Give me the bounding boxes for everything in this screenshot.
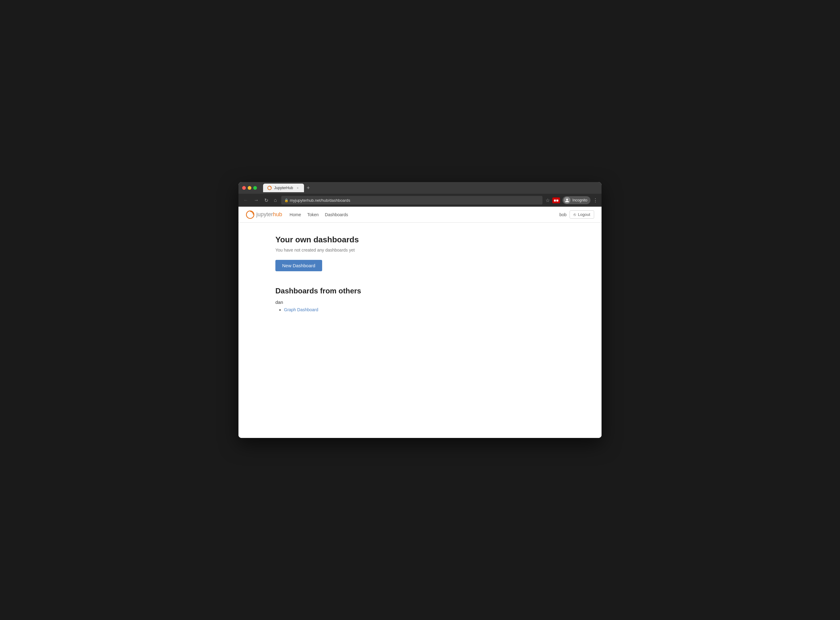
nav-dashboards[interactable]: Dashboards: [325, 212, 348, 217]
more-menu-icon[interactable]: ⋮: [593, 197, 598, 203]
reload-button[interactable]: ↻: [263, 196, 270, 205]
active-tab[interactable]: JupyterHub ×: [263, 184, 304, 192]
new-dashboard-button[interactable]: New Dashboard: [275, 260, 322, 271]
own-dashboards-section: Your own dashboards You have not created…: [275, 235, 565, 284]
extensions-icon[interactable]: ■■: [552, 197, 560, 203]
incognito-label: Incognito: [572, 198, 587, 202]
url-path: /hub/dashboards: [320, 198, 350, 203]
lock-icon: 🔒: [284, 199, 289, 202]
dashboard-owner-group: dan Graph Dashboard: [275, 299, 565, 312]
close-traffic-light[interactable]: [242, 186, 246, 190]
own-dashboards-title: Your own dashboards: [275, 235, 565, 244]
minimize-traffic-light[interactable]: [248, 186, 251, 190]
svg-point-1: [566, 199, 568, 200]
traffic-lights: [242, 186, 257, 190]
url-display: myjupyterhub.net/hub/dashboards: [290, 198, 350, 203]
jupyterhub-logo: [246, 210, 255, 219]
back-button[interactable]: ←: [242, 196, 250, 204]
owner-name: dan: [275, 299, 565, 305]
nav-home[interactable]: Home: [290, 212, 301, 217]
nav-token[interactable]: Token: [307, 212, 318, 217]
home-button[interactable]: ⌂: [273, 196, 278, 204]
logout-label: Logout: [578, 212, 590, 217]
star-icon[interactable]: ☆: [546, 197, 550, 203]
others-dashboards-section: Dashboards from others dan Graph Dashboa…: [275, 287, 565, 312]
title-bar: JupyterHub × +: [238, 182, 602, 194]
others-dashboards-title: Dashboards from others: [275, 287, 565, 295]
browser-window: JupyterHub × + ← → ↻ ⌂ 🔒 myjupyterhub.ne…: [238, 182, 602, 438]
new-tab-button[interactable]: +: [304, 185, 312, 191]
maximize-traffic-light[interactable]: [253, 186, 257, 190]
forward-button[interactable]: →: [253, 196, 260, 204]
url-domain: myjupyterhub.net: [290, 198, 321, 203]
incognito-avatar: [564, 197, 570, 203]
nav-links: Home Token Dashboards: [290, 212, 559, 217]
dashboard-list: Graph Dashboard: [275, 307, 565, 312]
svg-point-2: [246, 211, 254, 218]
graph-dashboard-link[interactable]: Graph Dashboard: [284, 307, 318, 312]
incognito-badge[interactable]: Incognito: [563, 196, 590, 204]
address-input[interactable]: 🔒 myjupyterhub.net/hub/dashboards: [281, 196, 543, 205]
tab-title: JupyterHub: [274, 186, 293, 190]
own-dashboards-empty-message: You have not created any dashboards yet: [275, 248, 565, 253]
username-display: bob: [559, 212, 567, 217]
tab-favicon: [267, 186, 272, 190]
tab-bar: JupyterHub × +: [263, 184, 312, 192]
list-item: Graph Dashboard: [284, 307, 565, 312]
tab-close-button[interactable]: ×: [296, 186, 300, 190]
jupyterhub-navbar: jupyterhub Home Token Dashboards bob ⎋ L…: [238, 207, 602, 223]
page-content: jupyterhub Home Token Dashboards bob ⎋ L…: [238, 207, 602, 438]
brand: jupyterhub: [246, 210, 282, 219]
nav-right: bob ⎋ Logout: [559, 210, 594, 219]
brand-hub: hub: [273, 211, 282, 217]
main-content: Your own dashboards You have not created…: [238, 223, 602, 438]
brand-text: jupyterhub: [256, 211, 282, 218]
toolbar-right: ☆ ■■ Incognito ⋮: [546, 196, 598, 204]
brand-jupyter: jupyter: [256, 211, 273, 217]
logout-button[interactable]: ⎋ Logout: [570, 210, 594, 219]
address-bar: ← → ↻ ⌂ 🔒 myjupyterhub.net/hub/dashboard…: [238, 194, 602, 207]
logout-icon: ⎋: [573, 212, 576, 217]
